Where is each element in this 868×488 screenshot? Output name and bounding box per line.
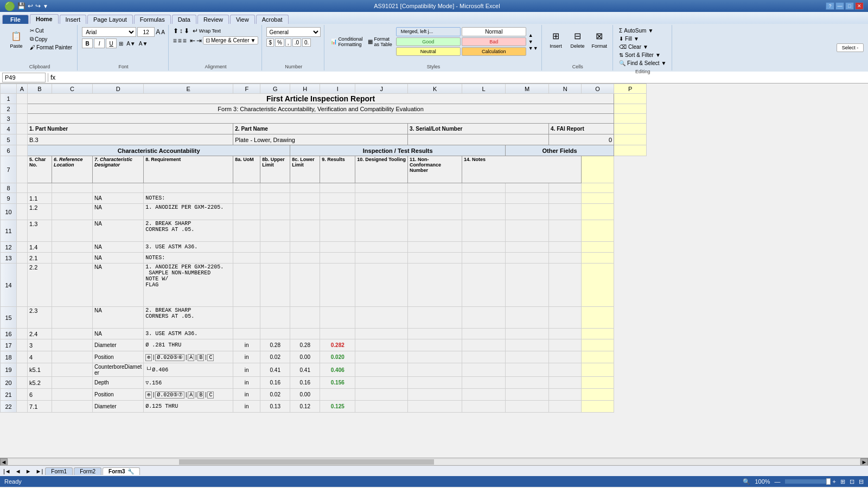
tab-nav-next[interactable]: ► <box>23 468 34 474</box>
conditional-formatting-btn[interactable]: 📊 ConditionalFormatting <box>329 36 364 48</box>
autosum-btn[interactable]: Σ AutoSum ▼ <box>617 27 655 34</box>
underline-button[interactable]: U <box>106 38 117 48</box>
col-header-G[interactable]: G <box>260 84 290 94</box>
col-header-D[interactable]: D <box>93 84 144 94</box>
font-name-select[interactable]: Arial <box>82 27 136 37</box>
calculation-style[interactable]: Calculation <box>462 47 526 56</box>
decrease-decimal-btn[interactable]: 0. <box>302 38 311 47</box>
col-header-C[interactable]: C <box>52 84 93 94</box>
col-header-M[interactable]: M <box>506 84 549 94</box>
scroll-left-btn[interactable]: ◄ <box>0 458 8 466</box>
window-controls[interactable]: ? — □ ✕ <box>826 2 864 10</box>
tab-form1[interactable]: Form1 <box>45 467 73 475</box>
help-btn[interactable]: ? <box>826 2 834 10</box>
bold-button[interactable]: B <box>82 38 93 48</box>
part-name-label[interactable]: 2. Part Name <box>233 124 408 134</box>
tab-acrobat[interactable]: Acrobat <box>256 15 289 24</box>
tab-home[interactable]: Home <box>30 14 59 24</box>
scroll-right-btn[interactable]: ► <box>860 458 868 466</box>
formula-input[interactable] <box>58 74 866 81</box>
insert-btn[interactable]: ⊞ Insert <box>546 27 566 50</box>
h-scrollbar-thumb[interactable] <box>179 459 434 465</box>
align-middle-btn[interactable]: ↕ <box>180 27 183 35</box>
normal-style[interactable]: Normal <box>462 27 526 36</box>
align-top-btn[interactable]: ⬆ <box>173 27 178 35</box>
zoom-slider[interactable] <box>785 479 828 484</box>
fai-report-label[interactable]: 4. FAI Report <box>549 124 614 134</box>
formula-fx[interactable]: fx <box>50 74 55 81</box>
tab-page-layout[interactable]: Page Layout <box>87 15 133 24</box>
zoom-in-btn[interactable]: + <box>833 478 836 485</box>
styles-scroll-up[interactable]: ▲ <box>528 33 538 38</box>
cut-button[interactable]: ✂ Cut <box>28 27 74 34</box>
minimize-btn[interactable]: — <box>835 2 844 10</box>
col-header-H[interactable]: H <box>290 84 320 94</box>
align-left-btn[interactable]: ≡ <box>173 37 177 44</box>
col-header-E[interactable]: E <box>144 84 233 94</box>
border-btn[interactable]: ⊞ <box>119 41 123 47</box>
fill-btn[interactable]: ⬇ Fill ▼ <box>617 35 641 42</box>
tab-nav-prev[interactable]: ◄ <box>13 468 23 474</box>
tab-data[interactable]: Data <box>172 15 196 24</box>
bad-style[interactable]: Bad <box>462 37 526 46</box>
wrap-text-btn[interactable]: ↵ <box>193 27 198 35</box>
font-shrink-btn[interactable]: A <box>161 29 165 35</box>
find-select-btn[interactable]: 🔍 Find & Select ▼ <box>617 60 668 67</box>
page-layout-btn[interactable]: ⊞ <box>840 478 845 485</box>
comma2-btn[interactable]: , <box>285 38 291 47</box>
col-header-K[interactable]: K <box>408 84 462 94</box>
increase-indent-btn[interactable]: ⇥ <box>196 37 202 44</box>
copy-button[interactable]: ⧉ Copy <box>28 35 74 43</box>
increase-decimal-btn[interactable]: .0 <box>292 38 301 47</box>
align-center-btn[interactable]: ≡ <box>178 37 182 44</box>
tab-form3[interactable]: Form3 🔧 <box>103 467 140 475</box>
part-number-value[interactable]: B.3 <box>28 134 233 145</box>
close-btn[interactable]: ✕ <box>855 2 864 10</box>
format-painter-button[interactable]: 🖌 Format Painter <box>28 44 74 51</box>
page-break-btn[interactable]: ⊡ <box>850 478 854 485</box>
comma-btn[interactable]: % <box>275 38 284 47</box>
neutral-style[interactable]: Neutral <box>396 47 461 56</box>
styles-more[interactable]: ▼▼ <box>528 46 538 51</box>
tab-form2[interactable]: Form2 <box>74 467 101 475</box>
h-scrollbar[interactable]: ◄ ► <box>0 458 868 465</box>
styles-scroll-down[interactable]: ▼ <box>528 39 538 44</box>
font-color-btn[interactable]: A▼ <box>139 41 148 47</box>
italic-button[interactable]: I <box>94 38 105 48</box>
col-header-F[interactable]: F <box>233 84 260 94</box>
col-header-N[interactable]: N <box>549 84 582 94</box>
tab-nav-first[interactable]: |◄ <box>1 468 13 474</box>
tab-insert[interactable]: Insert <box>60 15 87 24</box>
clear-btn[interactable]: ⌫ Clear ▼ <box>617 43 650 50</box>
sort-filter-btn[interactable]: ⇅ Sort & Filter ▼ <box>617 52 662 59</box>
font-size-input[interactable] <box>137 27 155 37</box>
align-bottom-btn[interactable]: ⬇ <box>184 27 189 35</box>
tab-nav-last[interactable]: ►| <box>34 468 46 474</box>
col-header-B[interactable]: B <box>28 84 52 94</box>
col-header-O[interactable]: O <box>582 84 614 94</box>
tab-review[interactable]: Review <box>197 15 229 24</box>
merge-center-btn[interactable]: ⊡ Merge & Center ▼ <box>203 36 259 44</box>
font-grow-btn[interactable]: A <box>156 28 160 36</box>
delete-btn[interactable]: ⊟ Delete <box>568 27 588 50</box>
col-header-P[interactable]: P <box>614 84 647 94</box>
serial-lot-label[interactable]: 3. Serial/Lot Number <box>408 124 549 134</box>
format-as-table-btn[interactable]: ▦ Formatas Table <box>366 36 393 48</box>
col-header-A[interactable]: A <box>17 84 28 94</box>
col-header-L[interactable]: L <box>462 84 506 94</box>
merged-left-style[interactable]: Merged, left j... <box>396 27 461 36</box>
part-number-label[interactable]: 1. Part Number <box>28 124 233 134</box>
zoom-out-btn[interactable]: — <box>775 478 781 485</box>
name-box[interactable] <box>2 73 46 82</box>
restore-btn[interactable]: □ <box>845 2 854 10</box>
zoom-thumb[interactable] <box>826 478 831 485</box>
normal-view-btn[interactable]: ⊟ <box>859 478 864 485</box>
decrease-indent-btn[interactable]: ⇤ <box>190 37 195 44</box>
align-right-btn[interactable]: ≡ <box>183 37 187 44</box>
sheet-grid[interactable]: A B C D E F G H I J K L M N O P <box>0 84 868 458</box>
tab-view[interactable]: View <box>230 15 255 24</box>
h-scrollbar-track[interactable] <box>9 459 859 465</box>
format-btn[interactable]: ⊠ Format <box>590 27 610 50</box>
fill-color-btn[interactable]: A▼ <box>126 41 136 47</box>
tab-file[interactable]: File <box>2 15 29 24</box>
